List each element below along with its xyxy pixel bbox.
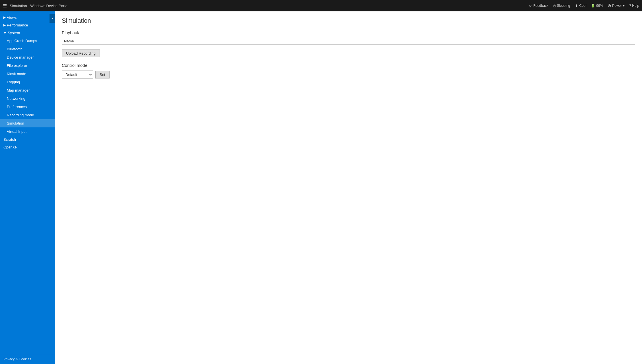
help-button[interactable]: ? Help	[629, 4, 639, 8]
sidebar-item-scratch[interactable]: Scratch	[0, 136, 55, 143]
sidebar-item-map-manager[interactable]: Map manager	[0, 86, 55, 94]
sidebar-item-recording-mode[interactable]: Recording mode	[0, 111, 55, 119]
control-mode-section-title: Control mode	[62, 63, 635, 68]
sidebar-item-logging[interactable]: Logging	[0, 78, 55, 86]
topbar: ☰ Simulation - Windows Device Portal ☺ F…	[0, 0, 642, 11]
sidebar-item-kiosk-mode[interactable]: Kiosk mode	[0, 70, 55, 78]
sidebar-item-virtual-input[interactable]: Virtual Input	[0, 127, 55, 136]
sidebar: ◂ ▶ Views ▶ Performance ▼ System App Cra…	[0, 11, 55, 364]
views-arrow-icon: ▶	[3, 16, 6, 19]
control-mode-select[interactable]: Default Manual Automatic	[62, 71, 93, 79]
playback-section-title: Playback	[62, 30, 635, 35]
power-button[interactable]: ⏻ Power ▾	[608, 4, 624, 8]
set-button[interactable]: Set	[95, 71, 110, 78]
sidebar-item-preferences[interactable]: Preferences	[0, 103, 55, 111]
hamburger-icon[interactable]: ☰	[3, 3, 7, 9]
sidebar-item-simulation[interactable]: Simulation	[0, 119, 55, 127]
system-arrow-icon: ▼	[3, 31, 7, 35]
sidebar-item-networking[interactable]: Networking	[0, 94, 55, 103]
sidebar-item-performance[interactable]: ▶ Performance	[0, 21, 55, 29]
performance-arrow-icon: ▶	[3, 23, 6, 27]
page-title: Simulation	[62, 17, 635, 24]
control-mode-section: Control mode Default Manual Automatic Se…	[62, 63, 635, 79]
playback-table: Name	[62, 38, 635, 47]
name-column-header: Name	[62, 38, 413, 45]
col2-header	[413, 38, 524, 45]
battery-icon: 🔋	[591, 4, 595, 8]
feedback-button[interactable]: ☺ Feedback	[529, 4, 548, 8]
upload-recording-button[interactable]: Upload Recording	[62, 49, 100, 57]
sidebar-nav: ▶ Views ▶ Performance ▼ System App Crash…	[0, 11, 55, 354]
sidebar-item-system[interactable]: ▼ System	[0, 29, 55, 37]
thermometer-icon: 🌡	[575, 4, 578, 8]
sleeping-icon: ◷	[553, 4, 556, 8]
sidebar-item-file-explorer[interactable]: File explorer	[0, 61, 55, 70]
sidebar-item-openxr[interactable]: OpenXR	[0, 143, 55, 151]
content-area: Simulation Playback Name Upload Recor	[55, 11, 642, 364]
help-icon: ?	[629, 4, 631, 8]
sidebar-item-views[interactable]: ▶ Views	[0, 14, 55, 21]
sidebar-item-app-crash-dumps[interactable]: App Crash Dumps	[0, 37, 55, 45]
col3-header	[524, 38, 635, 45]
cool-indicator[interactable]: 🌡 Cool	[575, 4, 587, 8]
power-icon: ⏻	[608, 4, 611, 8]
feedback-icon: ☺	[529, 4, 532, 8]
table-row	[62, 45, 635, 47]
topbar-right: ☺ Feedback ◷ Sleeping 🌡 Cool 🔋 99% ⏻ Pow…	[529, 4, 639, 8]
main-layout: ◂ ▶ Views ▶ Performance ▼ System App Cra…	[0, 11, 642, 364]
sidebar-collapse-button[interactable]: ◂	[50, 14, 55, 23]
sidebar-item-bluetooth[interactable]: Bluetooth	[0, 45, 55, 53]
sleeping-indicator[interactable]: ◷ Sleeping	[553, 4, 570, 8]
privacy-cookies-link[interactable]: Privacy & Cookies	[0, 354, 55, 364]
battery-indicator[interactable]: 🔋 99%	[591, 4, 603, 8]
topbar-title: Simulation - Windows Device Portal	[10, 4, 68, 8]
playback-section: Playback Name Upload Recording	[62, 30, 635, 57]
sidebar-item-device-manager[interactable]: Device manager	[0, 53, 55, 61]
topbar-left: ☰ Simulation - Windows Device Portal	[3, 3, 529, 9]
control-mode-row: Default Manual Automatic Set	[62, 71, 635, 79]
